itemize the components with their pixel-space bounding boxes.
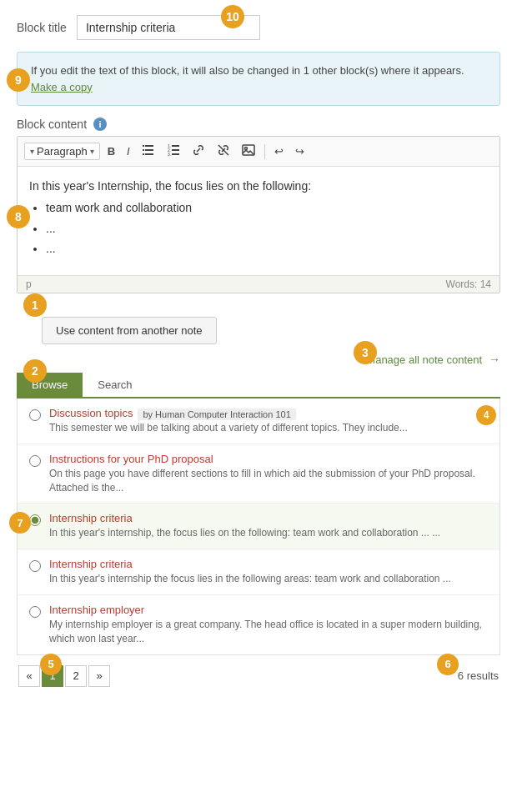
- info-icon[interactable]: i: [93, 118, 107, 131]
- svg-rect-2: [143, 149, 144, 151]
- svg-text:3.: 3.: [168, 152, 171, 157]
- info-banner: If you edit the text of this block, it w…: [17, 52, 500, 106]
- prev-page-button[interactable]: «: [18, 665, 40, 687]
- svg-rect-9: [172, 149, 179, 151]
- badge-6: 6: [437, 654, 459, 675]
- note-radio-3[interactable]: [29, 514, 41, 526]
- numbered-list-button[interactable]: 1. 2. 3.: [163, 141, 184, 162]
- info-banner-text: If you edit the text of this block, it w…: [31, 64, 464, 77]
- use-content-button[interactable]: Use content from another note: [42, 317, 217, 344]
- note-desc-1: This semester we will be talking about a…: [49, 421, 488, 435]
- manage-link-row: 3 Manage all note content →: [17, 353, 500, 366]
- undo-button[interactable]: ↩: [270, 143, 288, 160]
- note-title-row-3: Internship criteria: [49, 512, 488, 526]
- badge-4: 4: [476, 405, 496, 425]
- note-desc-4: In this year's internship the focus lies…: [49, 572, 488, 586]
- next-page-button[interactable]: »: [88, 665, 110, 687]
- bullet-list-button[interactable]: [138, 141, 159, 162]
- editor-toolbar: ▾ Paragraph ▾ B I 1. 2. 3.: [18, 137, 499, 167]
- list-item[interactable]: Instructions for your PhD proposal On th…: [18, 444, 499, 504]
- image-button[interactable]: [238, 141, 259, 162]
- note-list: 4 Discussion topics by Human Computer In…: [17, 398, 500, 655]
- badge-9: 9: [7, 68, 30, 92]
- manage-arrow-icon: →: [489, 353, 500, 366]
- note-item-content-5: Internship employer My internship employ…: [49, 604, 488, 646]
- svg-rect-4: [143, 153, 144, 155]
- pagination: « 1 2 »: [18, 665, 110, 687]
- note-radio-1[interactable]: [29, 409, 41, 421]
- pagination-row: 5 6 « 1 2 » 6 results: [17, 665, 500, 687]
- chevron-down-icon: ▾: [30, 147, 34, 156]
- word-count: Words: 14: [446, 278, 491, 290]
- tab-search[interactable]: Search: [83, 373, 147, 397]
- use-content-row: 1 Use content from another note: [17, 305, 500, 353]
- badge-10: 10: [221, 5, 244, 28]
- svg-rect-1: [145, 145, 153, 147]
- note-radio-5[interactable]: [29, 606, 41, 618]
- note-title-4: Internship criteria: [49, 558, 133, 570]
- note-radio-2[interactable]: [29, 455, 41, 467]
- note-desc-2: On this page you have different sections…: [49, 467, 488, 495]
- manage-all-link[interactable]: Manage all note content: [366, 353, 482, 366]
- editor-bullet-2: ...: [46, 219, 488, 238]
- svg-rect-0: [143, 145, 144, 147]
- note-item-content-4: Internship criteria In this year's inter…: [49, 558, 488, 586]
- note-title-row-1: Discussion topics by Human Computer Inte…: [49, 407, 488, 421]
- note-tag-1: by Human Computer Interaction 101: [138, 409, 295, 420]
- svg-rect-7: [172, 145, 179, 147]
- editor-first-line: In this year's Internship, the focus lie…: [29, 177, 488, 195]
- block-content-label: Block content: [17, 118, 87, 131]
- svg-rect-3: [145, 149, 153, 151]
- note-radio-4[interactable]: [29, 560, 41, 572]
- results-count: 6 results: [458, 669, 499, 682]
- paragraph-label: Paragraph: [37, 145, 88, 158]
- paragraph-select[interactable]: ▾ Paragraph ▾: [24, 143, 100, 160]
- editor-statusbar: p Words: 14: [18, 275, 499, 293]
- note-title-row-2: Instructions for your PhD proposal: [49, 453, 488, 467]
- badge-2: 2: [23, 359, 47, 383]
- badge-8: 8: [7, 205, 30, 228]
- unlink-button[interactable]: [213, 141, 234, 162]
- note-title-row-4: Internship criteria: [49, 558, 488, 572]
- bold-button[interactable]: B: [103, 143, 119, 160]
- note-title-5: Internship employer: [49, 604, 144, 616]
- note-item-content-2: Instructions for your PhD proposal On th…: [49, 453, 488, 495]
- statusbar-tag: p: [26, 278, 32, 290]
- note-title-row-5: Internship employer: [49, 604, 488, 618]
- list-item[interactable]: 7 Internship criteria In this year's int…: [18, 504, 499, 549]
- list-item[interactable]: Internship criteria In this year's inter…: [18, 549, 499, 595]
- note-desc-5: My internship employer is a great compan…: [49, 618, 488, 646]
- svg-rect-11: [172, 153, 179, 155]
- editor-container: ▾ Paragraph ▾ B I 1. 2. 3.: [17, 136, 500, 293]
- svg-rect-5: [145, 153, 153, 155]
- block-content-section: Block content i: [17, 118, 500, 131]
- tabs-row: 2 Browse Search: [17, 373, 500, 398]
- redo-button[interactable]: ↪: [291, 143, 309, 160]
- link-button[interactable]: [188, 141, 209, 162]
- note-item-content-3: Internship criteria In this year's inter…: [49, 512, 488, 540]
- editor-bullet-1: team work and collaboration: [46, 198, 488, 217]
- block-title-row: Block title: [17, 15, 500, 40]
- chevron-down-icon-2: ▾: [90, 147, 94, 156]
- badge-3: 3: [354, 341, 377, 364]
- editor-bullet-3: ...: [46, 239, 488, 258]
- block-title-label: Block title: [17, 21, 67, 34]
- italic-button[interactable]: I: [123, 143, 134, 160]
- toolbar-separator: [264, 144, 265, 159]
- note-desc-3: In this year's internship, the focus lie…: [49, 526, 488, 540]
- badge-5: 5: [40, 654, 62, 675]
- make-copy-link[interactable]: Make a copy: [31, 81, 93, 93]
- editor-content[interactable]: In this year's Internship, the focus lie…: [18, 167, 499, 275]
- page-2-button[interactable]: 2: [65, 665, 87, 687]
- badge-7: 7: [9, 512, 31, 534]
- note-item-content-1: Discussion topics by Human Computer Inte…: [49, 407, 488, 435]
- list-item[interactable]: 4 Discussion topics by Human Computer In…: [18, 398, 499, 444]
- note-title-1: Discussion topics: [49, 407, 133, 419]
- list-item[interactable]: Internship employer My internship employ…: [18, 595, 499, 654]
- badge-1: 1: [23, 293, 47, 317]
- note-title-2: Instructions for your PhD proposal: [49, 453, 213, 465]
- note-title-3: Internship criteria: [49, 512, 133, 524]
